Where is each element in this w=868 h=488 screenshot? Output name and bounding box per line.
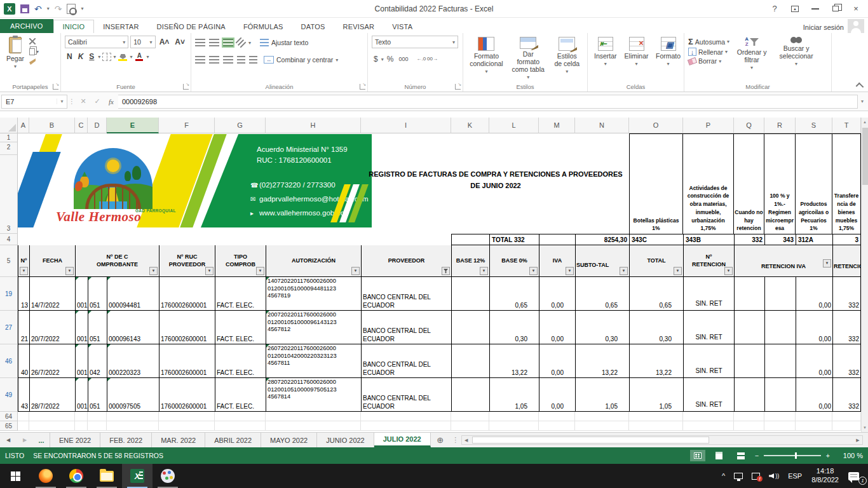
bold-button[interactable]: N <box>65 51 74 62</box>
cell-ruc[interactable]: 1760002600001 <box>159 311 215 344</box>
cell[interactable] <box>764 344 796 377</box>
col-header[interactable]: O <box>629 118 683 133</box>
cell-iva[interactable]: 0,00 <box>539 311 575 344</box>
cell-comprobante[interactable]: 000096143 <box>107 311 159 344</box>
excel-logo-icon[interactable]: X <box>4 3 15 15</box>
sheet-tab-julio-active[interactable]: JULIO 2022 <box>374 433 431 447</box>
cell-base12[interactable] <box>451 311 489 344</box>
filter-button[interactable]: ▼ <box>351 267 360 275</box>
decrease-font-icon[interactable]: A˅ <box>173 37 187 47</box>
cell-n[interactable]: 13 <box>18 277 29 310</box>
notification-button[interactable]: 1 <box>844 464 868 488</box>
cell-serie1[interactable]: 001 <box>75 311 88 344</box>
col-header[interactable]: S <box>796 118 832 133</box>
filter-button[interactable]: ▼ <box>480 267 488 275</box>
align-top-icon[interactable] <box>195 39 205 46</box>
row-header[interactable]: 4 <box>0 234 18 245</box>
autosum-button[interactable]: ΣAutosuma▾ <box>688 37 729 46</box>
filter-button[interactable]: ▼ <box>620 267 628 275</box>
cell-comprobante[interactable]: 000220323 <box>107 344 159 377</box>
row-header[interactable]: 65 <box>0 421 18 431</box>
cell-iva[interactable]: 0,00 <box>539 378 575 411</box>
code-343b-cell[interactable]: 343B <box>683 234 734 245</box>
header-fecha[interactable]: FECHA▼ <box>29 245 75 276</box>
cell-autorizacion[interactable]: 2007202201176000260000120010510000961431… <box>266 311 361 344</box>
cell-total[interactable]: 0,65 <box>629 277 683 310</box>
filter-button[interactable]: ▼ <box>256 267 264 275</box>
scrollbar-thumb[interactable] <box>472 437 709 444</box>
taskbar-chrome[interactable] <box>61 464 92 488</box>
col-header[interactable]: N <box>575 118 629 133</box>
sheet-tab-junio[interactable]: JUNIO 2022 <box>317 433 374 447</box>
sign-in-link[interactable]: Iniciar sesión <box>803 24 844 31</box>
normal-view-button[interactable] <box>690 450 705 461</box>
fill-button[interactable]: ↓Rellenar▾ <box>688 48 729 56</box>
number-format-select[interactable]: Texto▾ <box>372 36 458 48</box>
empty-row[interactable] <box>18 412 861 421</box>
cell-subtotal[interactable]: 0,65 <box>575 277 629 310</box>
clear-button[interactable]: Borrar▾ <box>688 57 729 65</box>
cell-comprobante[interactable]: 000094481 <box>107 277 159 310</box>
help-button[interactable]: ? <box>765 1 784 17</box>
page-layout-view-button[interactable] <box>712 450 727 461</box>
vertical-scrollbar[interactable]: ▲ ▼ <box>861 118 868 432</box>
formula-input[interactable] <box>118 95 858 109</box>
redo-icon[interactable]: ↷ <box>55 4 62 13</box>
action-center-icon[interactable]: ! <box>747 464 764 488</box>
zoom-slider-knob[interactable] <box>795 452 797 459</box>
col-header[interactable]: M <box>539 118 575 133</box>
enter-icon[interactable]: ✓ <box>90 97 104 105</box>
cell[interactable] <box>734 311 764 344</box>
find-select-button[interactable]: Buscar y seleccionar▾ <box>774 36 818 81</box>
format-painter-button[interactable] <box>29 58 44 65</box>
delete-cells-button[interactable]: × Eliminar▾ <box>622 36 651 81</box>
cell[interactable] <box>764 277 796 310</box>
taskbar-firefox[interactable] <box>31 464 61 488</box>
cut-button[interactable] <box>29 37 44 45</box>
insert-cells-button[interactable]: ⇤ Insertar▾ <box>592 36 620 81</box>
decrease-indent-icon[interactable] <box>237 56 245 64</box>
sheet-overflow-button[interactable]: ... <box>33 433 50 447</box>
save-icon[interactable] <box>20 4 29 13</box>
thousands-button[interactable]: 000 <box>397 56 410 62</box>
row-header[interactable]: 2 <box>0 142 18 155</box>
col-header[interactable]: H <box>266 118 361 133</box>
zoom-in-button[interactable]: + <box>826 452 830 459</box>
cell-retencion-iva[interactable]: 0,00 <box>796 344 832 377</box>
cell-retencion-t[interactable]: 332 <box>832 378 861 411</box>
name-box[interactable]: E7 ▾ <box>1 95 67 109</box>
filter-button[interactable]: ▼ <box>529 267 538 275</box>
code-t-cell[interactable]: 3 <box>832 234 861 245</box>
filter-button[interactable]: ▼ <box>566 267 574 275</box>
cell-iva[interactable]: 0,00 <box>539 277 575 310</box>
scroll-right-icon[interactable]: ▶ <box>853 438 862 443</box>
tab-insertar[interactable]: INSERTAR <box>94 20 147 33</box>
restore-button[interactable] <box>826 1 845 17</box>
cell-base12[interactable] <box>451 378 489 411</box>
col-header[interactable]: P <box>683 118 734 133</box>
col-header[interactable]: A <box>18 118 29 133</box>
cell-iva[interactable]: 0,00 <box>539 344 575 377</box>
tax-header-botellas[interactable]: Botellas plásticas 1% <box>629 133 683 234</box>
col-header[interactable]: R <box>764 118 796 133</box>
col-header[interactable]: F <box>159 118 215 133</box>
sheet-tab-feb[interactable]: FEB. 2022 <box>100 433 152 447</box>
row-header[interactable]: 64 <box>0 412 18 421</box>
tab-datos[interactable]: DATOS <box>292 20 334 33</box>
increase-indent-icon[interactable] <box>249 56 257 64</box>
col-header[interactable]: T <box>832 118 861 133</box>
cell-retencion-iva[interactable]: 0,00 <box>796 311 832 344</box>
page-break-view-button[interactable] <box>733 450 749 461</box>
cell[interactable] <box>734 344 764 377</box>
cell-subtotal[interactable]: 13,22 <box>575 344 629 377</box>
col-header[interactable]: K <box>451 118 489 133</box>
dialog-launcher-icon[interactable] <box>183 84 189 90</box>
header-iva[interactable]: IVA▼ <box>539 245 575 276</box>
format-cells-button[interactable]: ▣ Formato▾ <box>654 36 683 81</box>
cell-n[interactable]: 21 <box>18 311 29 344</box>
cell-total[interactable]: 1,05 <box>629 378 683 411</box>
col-header-selected[interactable]: E <box>107 118 159 133</box>
tax-header-sin-retencion[interactable]: Cuando no hay retencion <box>733 133 764 234</box>
tax-header-agricolas[interactable]: Productos agricoilas o Pecuarios 1% <box>795 133 832 234</box>
col-header[interactable]: L <box>489 118 539 133</box>
